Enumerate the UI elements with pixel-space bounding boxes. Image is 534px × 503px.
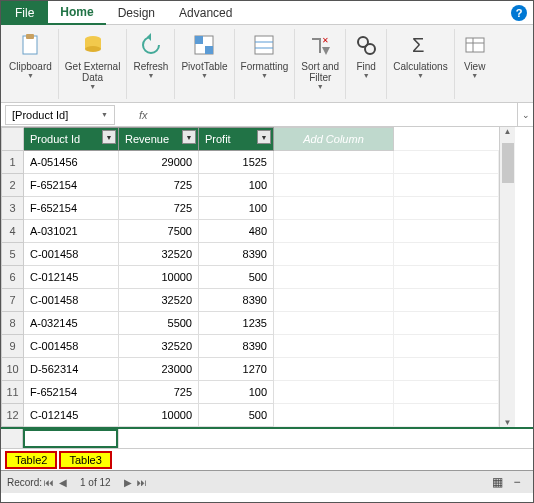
empty-cell[interactable] [274,197,394,220]
empty-cell[interactable] [274,220,394,243]
table-row[interactable]: 4A-0310217500480 [2,220,499,243]
cell-product-id[interactable]: C-012145 [24,266,119,289]
empty-cell[interactable] [394,358,499,381]
cell-revenue[interactable]: 725 [119,174,199,197]
table-row[interactable]: 12C-01214510000500 [2,404,499,427]
empty-cell[interactable] [394,266,499,289]
select-all-corner[interactable] [2,128,24,151]
sheet-tab-table2[interactable]: Table2 [5,451,57,469]
cell-product-id[interactable]: C-001458 [24,289,119,312]
formatting-button[interactable]: Formatting ▼ [235,29,296,99]
column-header-product-id[interactable]: Product Id▼ [24,128,119,151]
cell-profit[interactable]: 8390 [199,289,274,312]
cell-profit[interactable]: 100 [199,174,274,197]
cell-profit[interactable]: 500 [199,404,274,427]
pivottable-button[interactable]: PivotTable ▼ [175,29,234,99]
cell-product-id[interactable]: C-012145 [24,404,119,427]
cell-product-id[interactable]: C-001458 [24,335,119,358]
empty-cell[interactable] [274,335,394,358]
first-record-button[interactable]: ⏮ [42,477,56,488]
empty-cell[interactable] [394,151,499,174]
cell-product-id[interactable]: F-652154 [24,381,119,404]
prev-record-button[interactable]: ◀ [56,477,70,488]
calculations-button[interactable]: Σ Calculations ▼ [387,29,454,99]
chevron-down-icon[interactable]: ▼ [101,111,108,118]
table-row[interactable]: 9C-001458325208390 [2,335,499,358]
cell-revenue[interactable]: 29000 [119,151,199,174]
row-header[interactable]: 4 [2,220,24,243]
row-header[interactable]: 6 [2,266,24,289]
empty-cell[interactable] [274,381,394,404]
table-row[interactable]: 7C-001458325208390 [2,289,499,312]
scroll-down-arrow[interactable]: ▼ [500,418,515,427]
scroll-thumb[interactable] [502,143,514,183]
cell-product-id[interactable]: F-652154 [24,174,119,197]
row-header[interactable]: 1 [2,151,24,174]
cell-profit[interactable]: 480 [199,220,274,243]
table-row[interactable]: 2F-652154725100 [2,174,499,197]
row-header[interactable]: 10 [2,358,24,381]
column-header-profit[interactable]: Profit▼ [199,128,274,151]
table-row[interactable]: 6C-01214510000500 [2,266,499,289]
cell-revenue[interactable]: 32520 [119,335,199,358]
cell-profit[interactable]: 1270 [199,358,274,381]
empty-cell[interactable] [394,174,499,197]
cell-profit[interactable]: 8390 [199,335,274,358]
empty-cell[interactable] [274,404,394,427]
row-header[interactable]: 2 [2,174,24,197]
cell-profit[interactable]: 1235 [199,312,274,335]
cell-revenue[interactable]: 32520 [119,243,199,266]
table-row[interactable]: 1A-051456290001525 [2,151,499,174]
row-header[interactable]: 5 [2,243,24,266]
scroll-up-arrow[interactable]: ▲ [500,127,515,136]
filter-icon[interactable]: ▼ [182,130,196,144]
fx-label[interactable]: fx [139,109,148,121]
active-cell[interactable] [23,429,118,448]
grid-view-icon[interactable]: ▦ [487,475,507,489]
empty-cell[interactable] [274,266,394,289]
cell-profit[interactable]: 100 [199,197,274,220]
get-external-data-button[interactable]: Get External Data ▼ [59,29,128,99]
zoom-out-icon[interactable]: − [507,475,527,489]
table-row[interactable]: 3F-652154725100 [2,197,499,220]
row-header[interactable]: 11 [2,381,24,404]
empty-cell[interactable] [394,312,499,335]
refresh-button[interactable]: Refresh ▼ [127,29,175,99]
sheet-tab-table3[interactable]: Table3 [59,451,111,469]
empty-cell[interactable] [394,404,499,427]
formula-bar-expand[interactable]: ⌄ [517,103,533,127]
empty-cell[interactable] [274,243,394,266]
name-box[interactable]: [Product Id] ▼ [5,105,115,125]
row-header[interactable]: 8 [2,312,24,335]
cell-revenue[interactable]: 7500 [119,220,199,243]
next-record-button[interactable]: ▶ [121,477,135,488]
vertical-scrollbar[interactable]: ▲ ▼ [499,127,515,427]
cell-revenue[interactable]: 10000 [119,404,199,427]
table-row[interactable]: 10D-562314230001270 [2,358,499,381]
row-header[interactable]: 3 [2,197,24,220]
cell-product-id[interactable]: A-031021 [24,220,119,243]
cell-product-id[interactable]: C-001458 [24,243,119,266]
row-header[interactable]: 9 [2,335,24,358]
column-header-revenue[interactable]: Revenue▼ [119,128,199,151]
row-header[interactable]: 7 [2,289,24,312]
view-button[interactable]: View ▼ [455,29,495,99]
file-tab[interactable]: File [1,1,48,25]
cell-product-id[interactable]: A-051456 [24,151,119,174]
empty-cell[interactable] [274,289,394,312]
empty-cell[interactable] [274,151,394,174]
tab-design[interactable]: Design [106,1,167,25]
help-icon[interactable]: ? [511,5,527,21]
new-record-row[interactable] [1,427,533,449]
cell-profit[interactable]: 500 [199,266,274,289]
table-row[interactable]: 5C-001458325208390 [2,243,499,266]
cell-product-id[interactable]: D-562314 [24,358,119,381]
cell-revenue[interactable]: 725 [119,381,199,404]
empty-cell[interactable] [394,197,499,220]
empty-cell[interactable] [274,174,394,197]
cell-profit[interactable]: 1525 [199,151,274,174]
last-record-button[interactable]: ⏭ [135,477,149,488]
filter-icon[interactable]: ▼ [257,130,271,144]
cell-product-id[interactable]: F-652154 [24,197,119,220]
row-header[interactable]: 12 [2,404,24,427]
